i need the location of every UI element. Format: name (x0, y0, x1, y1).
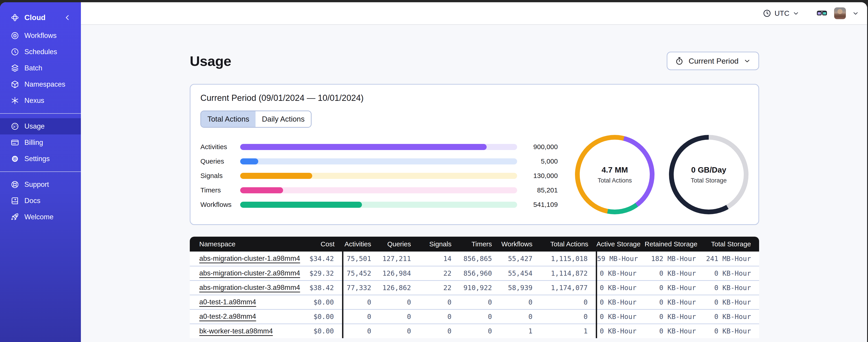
namespace-cell: abs-migration-cluster-3.a98mm4 (190, 280, 303, 295)
stopwatch-icon (675, 56, 684, 66)
cell-timers: 910,922 (460, 280, 500, 295)
main-area: UTC Usage Current Period Curr (81, 2, 867, 342)
cell-queries: 0 (379, 309, 419, 324)
table-row: bk-worker-test.a98mm4$0.000000110 KB-Hou… (190, 324, 759, 338)
cell-total-actions: 1 (540, 324, 596, 338)
cell-workflows: 1 (500, 324, 540, 338)
sidebar-item-docs[interactable]: Docs (0, 193, 81, 209)
sidebar-item-workflows[interactable]: Workflows (0, 28, 81, 44)
chart-bar-fill (240, 144, 487, 150)
table-row: a0-test-1.a98mm4$0.000000000 KB-Hour0 KB… (190, 295, 759, 309)
column-header-cost: Cost (303, 237, 343, 251)
cell-total-actions: 1,115,018 (540, 251, 596, 266)
tab-total-actions[interactable]: Total Actions (201, 111, 255, 127)
timezone-selector[interactable]: UTC (762, 8, 800, 18)
chart-bar-fill (240, 187, 283, 193)
cell-signals: 0 (419, 324, 460, 338)
donut-center: 4.7 MM Total Actions (575, 135, 654, 214)
sidebar-item-batch[interactable]: Batch (0, 60, 81, 76)
cell-total-storage: 0 KB-Hour (704, 266, 759, 280)
chart-bar-row: Activities900,000 (200, 140, 558, 154)
cell-total-storage: 0 KB-Hour (704, 280, 759, 295)
cell-active-storage: 0 KB-Hour (596, 266, 645, 280)
cell-active-storage: 0 KB-Hour (596, 309, 645, 324)
sidebar-item-label: Welcome (24, 213, 54, 221)
actions-bar-chart: Activities900,000Queries5,000Signals130,… (200, 140, 558, 212)
chart-bar-track (240, 173, 517, 179)
column-header-queries: Queries (379, 237, 419, 251)
sidebar-item-support[interactable]: Support (0, 176, 81, 193)
cell-total-storage: 0 KB-Hour (704, 309, 759, 324)
namespace-link[interactable]: bk-worker-test.a98mm4 (199, 327, 273, 335)
namespace-link[interactable]: abs-migration-cluster-2.a98mm4 (199, 269, 300, 277)
cell-activities: 0 (343, 295, 379, 309)
table-row: abs-migration-cluster-2.a98mm4$29.3275,4… (190, 266, 759, 280)
user-menu-button[interactable] (834, 7, 860, 19)
sidebar-item-schedules[interactable]: Schedules (0, 44, 81, 60)
cell-cost: $0.00 (303, 309, 343, 324)
batch-icon (10, 64, 20, 73)
tab-daily-actions[interactable]: Daily Actions (255, 111, 311, 127)
cell-retained-storage: 0 KB-Hour (645, 324, 704, 338)
avatar (834, 7, 846, 19)
collapse-sidebar-icon[interactable] (63, 13, 72, 22)
period-selector-button[interactable]: Current Period (667, 52, 759, 70)
workflows-icon (10, 31, 20, 40)
namespace-link[interactable]: a0-test-1.a98mm4 (199, 298, 256, 306)
sidebar-item-nexus[interactable]: Nexus (0, 93, 81, 109)
namespace-link[interactable]: abs-migration-cluster-3.a98mm4 (199, 283, 300, 292)
cell-retained-storage: 0 KB-Hour (645, 309, 704, 324)
temporal-logo-icon (10, 13, 20, 22)
sidebar-item-settings[interactable]: Settings (0, 151, 81, 167)
nexus-icon (10, 96, 20, 105)
cell-timers: 0 (460, 309, 500, 324)
chart-bar-row: Queries5,000 (200, 154, 558, 169)
chart-bar-label: Workflows (200, 201, 240, 208)
cell-active-storage: 0 KB-Hour (596, 324, 645, 338)
cell-signals: 22 (419, 266, 460, 280)
cell-retained-storage: 182 MB-Hour (645, 251, 704, 266)
cell-activities: 0 (343, 324, 379, 338)
sidebar-item-label: Usage (24, 122, 45, 130)
namespace-link[interactable]: abs-migration-cluster-1.a98mm4 (199, 254, 300, 262)
chart-area: Activities900,000Queries5,000Signals130,… (200, 137, 748, 214)
column-header-timers: Timers (460, 237, 500, 251)
sidebar-item-label: Nexus (24, 97, 44, 105)
chart-bar-track (240, 158, 517, 165)
sidebar-header[interactable]: Cloud (0, 9, 81, 26)
namespace-cell: abs-migration-cluster-1.a98mm4 (190, 251, 303, 266)
usage-card: Current Period (09/01/2024 — 10/01/2024)… (190, 84, 759, 225)
cell-total-actions: 0 (540, 295, 596, 309)
sidebar-item-billing[interactable]: Billing (0, 134, 81, 151)
sidebar-item-usage[interactable]: Usage (0, 118, 81, 134)
cell-active-storage: 59 MB-Hour (596, 251, 645, 266)
content: Usage Current Period Current Period (09/… (81, 25, 867, 342)
chart-bar-value: 900,000 (517, 143, 558, 151)
sidebar-item-welcome[interactable]: Welcome (0, 209, 81, 225)
namespace-link[interactable]: a0-test-2.a98mm4 (199, 312, 256, 320)
billing-icon (10, 138, 20, 147)
sidebar-item-namespaces[interactable]: Namespaces (0, 76, 81, 93)
cell-queries: 127,211 (379, 251, 419, 266)
sidebar-divider (0, 171, 81, 172)
usage-icon (10, 122, 20, 131)
cell-cost: $0.00 (303, 324, 343, 338)
cell-queries: 126,862 (379, 280, 419, 295)
chart-bar-fill (240, 158, 258, 165)
period-selector-label: Current Period (689, 57, 739, 65)
glasses-icon (816, 7, 828, 19)
chart-bar-row: Signals130,000 (200, 169, 558, 183)
cell-timers: 0 (460, 295, 500, 309)
chart-bar-track (240, 144, 517, 150)
cell-retained-storage: 0 KB-Hour (645, 280, 704, 295)
chart-bar-label: Timers (200, 186, 240, 194)
sidebar-item-label: Docs (24, 197, 40, 205)
cell-total-actions: 0 (540, 309, 596, 324)
sidebar-item-label: Settings (24, 155, 50, 163)
sidebar-item-label: Namespaces (24, 80, 65, 89)
feedback-glasses-button[interactable] (816, 7, 828, 19)
cell-total-actions: 1,114,872 (540, 266, 596, 280)
chart-bar-fill (240, 173, 312, 179)
topbar: UTC (81, 2, 867, 25)
column-header-activities: Activities (343, 237, 379, 251)
